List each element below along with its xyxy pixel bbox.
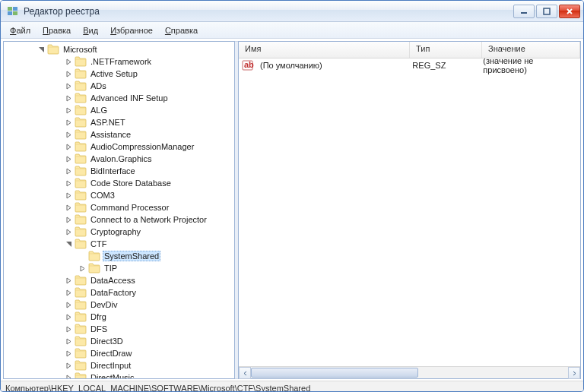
folder-icon (75, 153, 87, 164)
minimize-button[interactable] (513, 5, 535, 18)
tree-item[interactable]: Assistance (4, 128, 234, 141)
tree-item[interactable]: DirectInput (4, 359, 234, 371)
tree-label: Active Setup (89, 69, 139, 78)
expand-icon[interactable] (65, 204, 73, 212)
expand-icon[interactable] (65, 228, 73, 236)
folder-icon (75, 81, 87, 91)
maximize-button[interactable] (536, 5, 557, 18)
menu-edit[interactable]: Правка (36, 24, 77, 36)
tree-label: Assistance (89, 130, 132, 139)
expand-icon[interactable] (65, 216, 73, 224)
tree-item[interactable]: DirectDraw (4, 347, 234, 359)
folder-icon (75, 93, 87, 103)
svg-rect-4 (521, 12, 527, 14)
statusbar: Компьютер\HKEY_LOCAL_MACHINE\SOFTWARE\Mi… (1, 381, 583, 392)
collapse-icon[interactable] (65, 240, 73, 248)
tree-label: DataFactory (89, 288, 138, 297)
tree-item[interactable]: DirectMusic (4, 371, 234, 379)
folder-icon (75, 226, 87, 237)
tree-item[interactable]: .NETFramework (4, 55, 234, 68)
tree-item[interactable]: BidInterface (4, 165, 234, 177)
tree-item[interactable]: Direct3D (4, 335, 234, 347)
folder-icon (75, 178, 87, 188)
tree-item[interactable]: Avalon.Graphics (4, 153, 234, 165)
expand-icon[interactable] (65, 277, 73, 285)
tree-item[interactable]: DevDiv (4, 299, 234, 311)
expand-icon[interactable] (65, 155, 73, 163)
column-value[interactable]: Значение (482, 42, 580, 58)
tree-item[interactable]: COM3 (4, 189, 234, 201)
expand-icon[interactable] (78, 264, 87, 273)
column-type[interactable]: Тип (410, 42, 482, 58)
tree-item[interactable]: Cryptography (4, 226, 234, 238)
expand-icon[interactable] (65, 167, 73, 175)
scroll-right-button[interactable] (568, 367, 580, 379)
tree-item[interactable]: Dfrg (4, 311, 234, 323)
expand-icon[interactable] (65, 70, 73, 78)
menu-file[interactable]: Файл (4, 24, 36, 36)
tree-item-microsoft[interactable]: Microsoft (4, 43, 234, 55)
expand-icon[interactable] (65, 325, 73, 334)
column-name[interactable]: Имя (239, 42, 410, 58)
expand-icon[interactable] (65, 191, 73, 200)
expand-icon[interactable] (65, 143, 73, 151)
tree-label: COM3 (89, 191, 116, 200)
expand-icon[interactable] (65, 313, 73, 321)
close-button[interactable] (559, 5, 580, 18)
expand-icon[interactable] (65, 58, 73, 66)
scroll-thumb[interactable] (251, 368, 418, 378)
tree-item[interactable]: Active Setup (4, 68, 234, 80)
menu-help[interactable]: Справка (159, 24, 204, 36)
tree-item[interactable]: Code Store Database (4, 177, 234, 189)
svg-rect-3 (13, 11, 17, 15)
expand-icon[interactable] (65, 337, 73, 346)
tree-label: AudioCompressionManager (89, 142, 195, 151)
list-pane: Имя Тип Значение ab(По умолчанию)REG_SZ(… (238, 41, 581, 379)
menu-favorites[interactable]: Избранное (104, 24, 159, 36)
svg-rect-1 (13, 7, 17, 11)
tree-item[interactable]: Advanced INF Setup (4, 92, 234, 104)
tree-label: Code Store Database (89, 179, 173, 188)
list-body[interactable]: ab(По умолчанию)REG_SZ(значение не присв… (239, 58, 580, 366)
tree-item[interactable]: DataFactory (4, 286, 234, 299)
menu-view[interactable]: Вид (77, 24, 104, 36)
tree-item[interactable]: ASP.NET (4, 116, 234, 128)
expand-icon[interactable] (65, 131, 73, 139)
expand-icon[interactable] (65, 179, 73, 188)
tree-item[interactable]: ALG (4, 104, 234, 116)
expand-icon[interactable] (65, 119, 73, 127)
titlebar: Редактор реестра (1, 1, 583, 22)
menubar: Файл Правка Вид Избранное Справка (1, 22, 583, 39)
horizontal-scrollbar[interactable] (239, 366, 580, 378)
tree-item[interactable]: Command Processor (4, 201, 234, 213)
expand-icon[interactable] (65, 301, 73, 309)
tree-item[interactable]: DataAccess (4, 274, 234, 286)
tree-label: DevDiv (89, 300, 119, 309)
list-row[interactable]: ab(По умолчанию)REG_SZ(значение не присв… (239, 58, 580, 71)
window-title: Редактор реестра (24, 6, 513, 17)
expand-icon[interactable] (65, 82, 73, 90)
expand-icon[interactable] (65, 289, 73, 297)
tree-item[interactable]: AudioCompressionManager (4, 141, 234, 153)
tree-item[interactable]: DFS (4, 323, 234, 335)
string-value-icon: ab (242, 59, 254, 71)
tree-item[interactable]: ADs (4, 80, 234, 92)
expand-icon[interactable] (65, 349, 73, 358)
expand-icon[interactable] (65, 374, 73, 380)
folder-icon (75, 287, 87, 298)
expand-icon[interactable] (65, 362, 73, 370)
tree-item[interactable]: Connect to a Network Projector (4, 213, 234, 226)
tree-item[interactable]: CTF (4, 238, 234, 250)
tree-item[interactable]: TIP (4, 262, 234, 274)
tree-label: ALG (89, 106, 109, 115)
tree-label: ADs (89, 81, 108, 90)
scroll-left-button[interactable] (239, 367, 251, 379)
expand-icon[interactable] (65, 94, 73, 103)
list-header: Имя Тип Значение (239, 42, 580, 58)
tree-label: DirectDraw (89, 349, 133, 358)
expand-icon[interactable] (65, 106, 73, 115)
folder-icon (75, 56, 87, 67)
tree-pane[interactable]: Microsoft.NETFrameworkActive SetupADsAdv… (3, 41, 235, 379)
tree-item[interactable]: SystemShared (4, 250, 234, 262)
collapse-icon[interactable] (37, 46, 46, 54)
